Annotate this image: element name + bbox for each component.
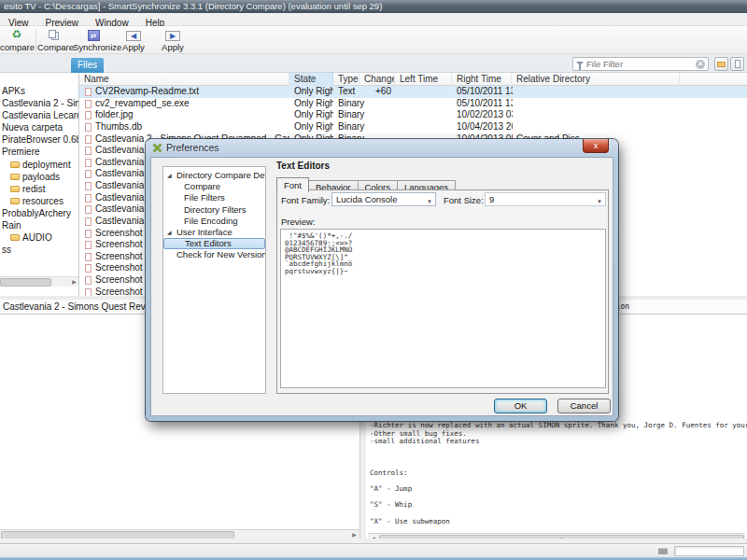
file-filter-input[interactable] bbox=[586, 58, 697, 70]
cell-type: Binary bbox=[338, 121, 366, 133]
preview-line: pqrstuvwxyz{|}~ bbox=[285, 268, 352, 275]
recompare-button[interactable]: ♻ compare bbox=[0, 27, 34, 53]
folder-tree-item[interactable]: Castlevania Lecarde bbox=[0, 109, 78, 121]
column-header-state[interactable]: ▲State bbox=[289, 73, 333, 86]
folder-tree-label: Nueva carpeta bbox=[2, 122, 63, 133]
filter-clear-icon[interactable]: ✕ bbox=[696, 60, 705, 69]
column-header-left-time[interactable]: Left Time bbox=[395, 73, 452, 86]
scrollbar-thumb[interactable] bbox=[1, 531, 234, 539]
column-header-relative-directory[interactable]: Relative Directory bbox=[512, 73, 680, 86]
folder-tree-item[interactable]: ss bbox=[0, 244, 78, 256]
tree-item-label: File Filters bbox=[184, 192, 225, 203]
right-panel-horizontal-scrollbar[interactable]: ◀ ≡ bbox=[368, 533, 745, 539]
apply-right-button[interactable]: ▶ Apply Right bbox=[153, 27, 192, 53]
folder-tree-label: payloads bbox=[22, 172, 60, 182]
folder-tree-item[interactable]: Premiere bbox=[0, 146, 78, 158]
tree-horizontal-scrollbar[interactable]: ▶ bbox=[0, 276, 79, 287]
file-icon bbox=[85, 88, 92, 96]
window-title: esito TV - C:\Descargas] - SmartSynchron… bbox=[4, 1, 382, 11]
file-icon bbox=[85, 253, 92, 261]
open-folder-button[interactable] bbox=[714, 57, 728, 71]
font-preview-box: !"#$%&'()*+,-./0123456789:;<=>?@ABCDEFGH… bbox=[280, 229, 606, 388]
file-icon bbox=[85, 230, 92, 238]
folder-tree-item[interactable]: resources bbox=[0, 195, 78, 207]
preferences-tree-item[interactable]: ◢File Filters bbox=[163, 192, 265, 203]
table-row[interactable]: folder.jpg Only Right Binary 10/02/2013 … bbox=[79, 109, 747, 121]
apply-left-button[interactable]: ◀ Apply Left bbox=[116, 27, 151, 53]
tab-files[interactable]: Files bbox=[71, 58, 104, 73]
preferences-tree-item[interactable]: ◢Text Editors bbox=[163, 238, 265, 249]
scroll-right-arrow-icon[interactable]: ▶ bbox=[69, 278, 79, 287]
font-tab-panel: Font Family: Lucida Console ▼ Font Size:… bbox=[276, 189, 609, 394]
preferences-tree-item[interactable]: ◢Directory Filters bbox=[163, 204, 265, 216]
tree-item-label: Directory Filters bbox=[184, 204, 247, 215]
dialog-close-button[interactable]: x bbox=[583, 139, 609, 153]
readme-line bbox=[370, 478, 747, 486]
preferences-tree-item[interactable]: ◢Directory Compare Defaults bbox=[163, 170, 265, 181]
font-size-label: Font Size: bbox=[444, 195, 484, 205]
file-icon bbox=[85, 264, 92, 273]
chevron-down-icon: ▼ bbox=[427, 196, 432, 208]
cell-type: Binary bbox=[338, 109, 366, 121]
folder-tree-item[interactable]: PirateBrowser 0.6b bbox=[0, 133, 78, 146]
column-header-changes[interactable]: Changes bbox=[359, 73, 395, 86]
readme-line bbox=[370, 454, 747, 462]
folder-tree-item[interactable]: Rain bbox=[0, 219, 78, 231]
scrollbar-thumb[interactable] bbox=[0, 278, 51, 287]
synchronize-button[interactable]: ⇄ Synchronize bbox=[73, 27, 114, 53]
preferences-tree-item[interactable]: ◢User Interface bbox=[163, 227, 265, 238]
table-row[interactable]: Thumbs.db Only Right Binary 10/04/2013 2… bbox=[79, 121, 747, 133]
table-row[interactable]: cv2_revamped_se.exe Only Right Binary 05… bbox=[79, 98, 747, 110]
folder-tree-item[interactable]: APKs bbox=[0, 85, 78, 97]
folder-tree-item[interactable]: AUDIO bbox=[0, 231, 78, 244]
folder-tree-item[interactable]: payloads bbox=[0, 171, 78, 183]
folder-tree-label: ss bbox=[2, 245, 11, 255]
dialog-app-icon bbox=[152, 143, 162, 153]
column-header-type[interactable]: Type bbox=[333, 73, 359, 86]
table-header: Name ▲State Type Changes Left Time Right… bbox=[79, 73, 747, 86]
apply-right-icon: ▶ bbox=[165, 31, 180, 41]
folder-tree-label: redist bbox=[22, 184, 45, 194]
chevron-down-icon: ▼ bbox=[597, 196, 602, 208]
preferences-tree-item[interactable]: ◢Compare bbox=[163, 181, 265, 192]
folder-tree-item[interactable]: deployment bbox=[0, 159, 78, 171]
file-icon bbox=[85, 217, 92, 226]
ok-button[interactable]: OK bbox=[494, 399, 547, 413]
file-icon bbox=[85, 159, 92, 167]
file-filter-box: ✕ bbox=[572, 57, 709, 71]
preferences-tree-item[interactable]: ◢File Encoding bbox=[163, 216, 265, 227]
compare-button[interactable]: Compare bbox=[37, 27, 71, 53]
column-header-right-time[interactable]: Right Time bbox=[452, 73, 512, 86]
cell-state: Only Right bbox=[294, 98, 333, 110]
expand-triangle-icon: ◢ bbox=[167, 170, 172, 181]
font-family-select[interactable]: Lucida Console ▼ bbox=[331, 192, 436, 206]
scroll-right-arrow-icon[interactable]: ▶ bbox=[349, 531, 359, 539]
cancel-button[interactable]: Cancel bbox=[557, 399, 611, 413]
column-header-name[interactable]: Name bbox=[79, 73, 289, 86]
left-panel-horizontal-scrollbar[interactable]: ▶ bbox=[0, 529, 359, 539]
font-size-select[interactable]: 9 ▼ bbox=[485, 192, 606, 206]
folder-tree-item[interactable]: Nueva carpeta bbox=[0, 121, 78, 133]
folder-tree-item[interactable]: redist bbox=[0, 183, 78, 195]
file-icon bbox=[735, 60, 740, 68]
status-plug-icon bbox=[658, 548, 668, 554]
font-family-label: Font Family: bbox=[281, 195, 330, 205]
folder-tree-item[interactable]: ProbablyArchery bbox=[0, 207, 78, 219]
page-title: Text Editors bbox=[276, 161, 330, 171]
file-icon bbox=[85, 194, 92, 203]
dialog-tab[interactable]: Font bbox=[276, 177, 309, 192]
cell-changes: +60 bbox=[359, 86, 391, 98]
scrollbar-thumb[interactable]: ≡ bbox=[379, 535, 744, 539]
table-row[interactable]: CV2Revamp-Readme.txt Only Right Text +60… bbox=[79, 86, 747, 98]
compare-label: Compare bbox=[37, 42, 74, 52]
cell-state: Only Right bbox=[294, 109, 333, 121]
new-file-button[interactable] bbox=[730, 57, 744, 71]
tree-item-label: User Interface bbox=[176, 227, 233, 237]
preferences-tree-item[interactable]: ◢Check for New Version bbox=[163, 249, 265, 260]
folder-icon bbox=[10, 186, 20, 192]
file-icon bbox=[85, 241, 92, 249]
readme-line bbox=[370, 446, 747, 455]
scroll-left-arrow-icon[interactable]: ◀ bbox=[368, 535, 378, 539]
dialog-titlebar[interactable]: Preferences x bbox=[146, 139, 618, 157]
folder-tree-item[interactable]: Castlevania 2 - Simons bbox=[0, 97, 78, 109]
